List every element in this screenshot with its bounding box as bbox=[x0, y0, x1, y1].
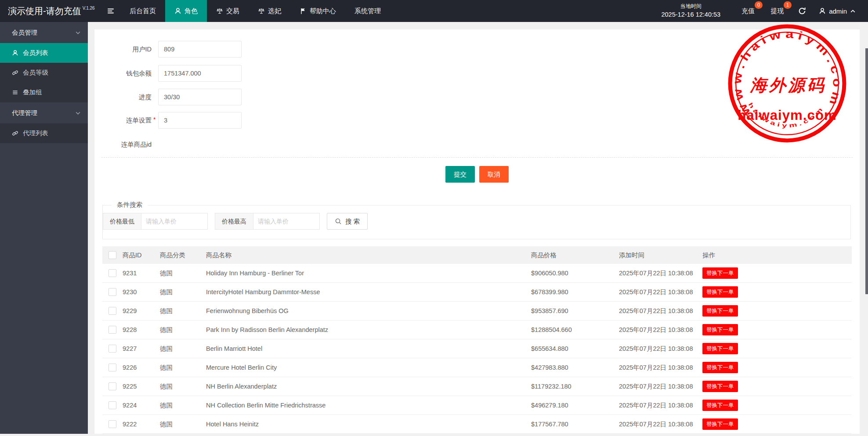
nav-item-help-center[interactable]: 帮助中心 bbox=[290, 0, 345, 22]
sidebar-item-agent-list[interactable]: 代理列表 bbox=[0, 123, 88, 143]
admin-menu[interactable]: admin bbox=[813, 7, 864, 15]
flag-icon bbox=[300, 7, 307, 14]
table-row: 9224德国NH Collection Berlin Mitte Friedri… bbox=[102, 396, 852, 415]
wallet-balance-input[interactable] bbox=[158, 65, 242, 82]
row-checkbox[interactable] bbox=[108, 288, 116, 296]
cell-time: 2025年07月22日 10:38:08 bbox=[619, 396, 702, 415]
replace-next-order-button[interactable]: 替换下一单 bbox=[702, 362, 738, 373]
user-icon bbox=[12, 50, 18, 56]
link-icon bbox=[12, 130, 18, 137]
row-checkbox-cell bbox=[102, 339, 123, 358]
app-logo: 演示使用-请勿充值 V.1.26 bbox=[0, 0, 101, 22]
sidebar-item-member-list[interactable]: 会员列表 bbox=[0, 43, 88, 63]
replace-next-order-button[interactable]: 替换下一单 bbox=[702, 418, 738, 430]
table-row: 9222德国Hotel Hans Heinitz$177567.7802025年… bbox=[102, 415, 852, 434]
form-row-progress: 进度 bbox=[94, 89, 340, 105]
sidebar: 会员管理会员列表会员等级叠加组代理管理代理列表 bbox=[0, 22, 88, 436]
row-checkbox[interactable] bbox=[108, 345, 116, 353]
cell-category: 德国 bbox=[160, 321, 206, 339]
cell-product-name: Mercure Hotel Berlin City bbox=[206, 358, 531, 377]
withdraw-button[interactable]: 提现 1 bbox=[763, 0, 792, 22]
table-head-row: 商品ID商品分类商品名称商品价格添加时间操作 bbox=[102, 246, 852, 264]
replace-next-order-button[interactable]: 替换下一单 bbox=[702, 267, 738, 279]
chain-order-setting-input[interactable] bbox=[158, 112, 242, 129]
table-col-header: 商品价格 bbox=[531, 246, 619, 264]
cell-price: $496279.180 bbox=[531, 396, 619, 415]
local-time-label: 当地时间 bbox=[661, 3, 720, 10]
table-col-header: 商品名称 bbox=[206, 246, 531, 264]
row-checkbox[interactable] bbox=[108, 307, 116, 315]
nav-item-xuanfei[interactable]: 选妃 bbox=[249, 0, 290, 22]
recharge-button[interactable]: 充值 0 bbox=[734, 0, 763, 22]
form-field-label: 连单设置 bbox=[94, 116, 152, 125]
vertical-scrollbar bbox=[860, 22, 868, 436]
search-button[interactable]: 搜 索 bbox=[327, 213, 368, 230]
cancel-button[interactable]: 取消 bbox=[479, 166, 509, 183]
nav-item-label: 系统管理 bbox=[354, 7, 381, 15]
replace-next-order-button[interactable]: 替换下一单 bbox=[702, 286, 738, 298]
row-checkbox[interactable] bbox=[108, 269, 116, 277]
cell-action: 替换下一单 bbox=[702, 358, 852, 377]
user-id-input[interactable] bbox=[158, 41, 242, 58]
table-row: 9229德国Ferienwohnung Biberhüs OG$953857.6… bbox=[102, 302, 852, 321]
sidebar-item-member-level[interactable]: 会员等级 bbox=[0, 63, 88, 83]
chevron-up-icon bbox=[850, 8, 856, 14]
sidebar-group-label: 会员管理 bbox=[12, 29, 37, 37]
cell-category: 德国 bbox=[160, 415, 206, 434]
nav-item-role[interactable]: 角色 bbox=[165, 0, 207, 22]
table-row: 9231德国Holiday Inn Hamburg - Berliner Tor… bbox=[102, 264, 852, 283]
cell-price: $177567.780 bbox=[531, 415, 619, 434]
replace-next-order-button[interactable]: 替换下一单 bbox=[702, 343, 738, 354]
cell-action: 替换下一单 bbox=[702, 377, 852, 396]
sidebar-group-member-management[interactable]: 会员管理 bbox=[0, 22, 88, 43]
cell-price: $1288504.660 bbox=[531, 321, 619, 339]
row-checkbox[interactable] bbox=[108, 326, 116, 334]
row-checkbox-cell bbox=[102, 264, 123, 283]
sidebar-item-label: 代理列表 bbox=[23, 129, 48, 137]
cell-product-name: NH Berlin Alexanderplatz bbox=[206, 377, 531, 396]
cell-time: 2025年07月22日 10:38:08 bbox=[619, 321, 702, 339]
replace-next-order-button[interactable]: 替换下一单 bbox=[702, 324, 738, 335]
row-checkbox[interactable] bbox=[108, 382, 116, 390]
row-checkbox[interactable] bbox=[108, 364, 116, 371]
cell-product-id: 9230 bbox=[123, 283, 160, 302]
topbar-right: 当地时间 2025-12-16 12:40:53 充值 0 提现 1 admin bbox=[661, 0, 868, 22]
admin-username: admin bbox=[829, 7, 847, 15]
cell-category: 德国 bbox=[160, 283, 206, 302]
cell-time: 2025年07月22日 10:38:08 bbox=[619, 415, 702, 434]
refresh-icon bbox=[798, 7, 806, 15]
withdraw-label: 提现 bbox=[770, 7, 784, 15]
vertical-scrollbar-thumb[interactable] bbox=[865, 48, 868, 294]
select-all-checkbox[interactable] bbox=[108, 251, 116, 259]
screen: 演示使用-请勿充值 V.1.26 后台首页角色交易选妃帮助中心系统管理 当地时间… bbox=[0, 0, 868, 436]
form-field-label: 钱包余额 bbox=[94, 69, 152, 78]
table-row: 9228德国Park Inn by Radisson Berlin Alexan… bbox=[102, 321, 852, 339]
nav-item-dashboard[interactable]: 后台首页 bbox=[120, 0, 165, 22]
replace-next-order-button[interactable]: 替换下一单 bbox=[702, 381, 738, 392]
row-checkbox[interactable] bbox=[108, 420, 116, 428]
collapse-menu-button[interactable] bbox=[101, 0, 120, 22]
nav-item-label: 帮助中心 bbox=[310, 7, 336, 15]
nav-item-trade[interactable]: 交易 bbox=[207, 0, 249, 22]
price-min-input[interactable] bbox=[141, 213, 208, 230]
row-checkbox[interactable] bbox=[108, 401, 116, 409]
refresh-button[interactable] bbox=[792, 7, 813, 15]
sidebar-group-agent-management[interactable]: 代理管理 bbox=[0, 102, 88, 123]
chevdown-icon bbox=[75, 110, 81, 116]
table-col-header: 添加时间 bbox=[619, 246, 702, 264]
nav-item-label: 后台首页 bbox=[130, 7, 156, 15]
row-checkbox-cell bbox=[102, 377, 123, 396]
nav-item-system[interactable]: 系统管理 bbox=[345, 0, 390, 22]
price-max-label: 价格最高 bbox=[215, 213, 253, 230]
progress-input[interactable] bbox=[158, 89, 242, 105]
submit-button[interactable]: 提交 bbox=[445, 166, 475, 183]
row-checkbox-cell bbox=[102, 283, 123, 302]
sidebar-item-stack-group[interactable]: 叠加组 bbox=[0, 83, 88, 102]
replace-next-order-button[interactable]: 替换下一单 bbox=[702, 400, 738, 411]
price-max-input[interactable] bbox=[253, 213, 320, 230]
cell-product-id: 9226 bbox=[123, 358, 160, 377]
form-row-chain-product-id: 连单商品id bbox=[94, 136, 152, 153]
user-icon bbox=[174, 7, 181, 14]
table-row: 9226德国Mercure Hotel Berlin City$427983.8… bbox=[102, 358, 852, 377]
replace-next-order-button[interactable]: 替换下一单 bbox=[702, 305, 738, 317]
